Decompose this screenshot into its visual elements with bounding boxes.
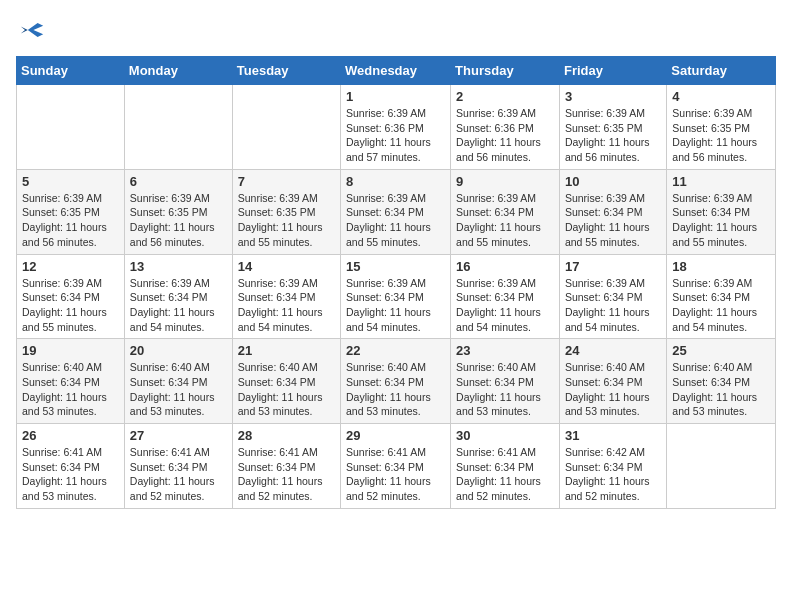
page: SundayMondayTuesdayWednesdayThursdayFrid… [0, 0, 792, 525]
calendar-cell [232, 85, 340, 170]
weekday-header-sunday: Sunday [17, 57, 125, 85]
calendar-cell: 14Sunrise: 6:39 AM Sunset: 6:34 PM Dayli… [232, 254, 340, 339]
header [16, 16, 776, 44]
calendar-cell: 11Sunrise: 6:39 AM Sunset: 6:34 PM Dayli… [667, 169, 776, 254]
day-number: 13 [130, 259, 227, 274]
weekday-header-tuesday: Tuesday [232, 57, 340, 85]
day-info: Sunrise: 6:40 AM Sunset: 6:34 PM Dayligh… [672, 360, 770, 419]
weekday-header-thursday: Thursday [451, 57, 560, 85]
day-number: 18 [672, 259, 770, 274]
day-number: 8 [346, 174, 445, 189]
day-number: 27 [130, 428, 227, 443]
day-info: Sunrise: 6:40 AM Sunset: 6:34 PM Dayligh… [238, 360, 335, 419]
calendar-cell: 6Sunrise: 6:39 AM Sunset: 6:35 PM Daylig… [124, 169, 232, 254]
day-number: 5 [22, 174, 119, 189]
day-info: Sunrise: 6:41 AM Sunset: 6:34 PM Dayligh… [130, 445, 227, 504]
day-info: Sunrise: 6:41 AM Sunset: 6:34 PM Dayligh… [456, 445, 554, 504]
logo-bird-icon [18, 16, 46, 44]
calendar-cell: 10Sunrise: 6:39 AM Sunset: 6:34 PM Dayli… [559, 169, 666, 254]
calendar-cell: 16Sunrise: 6:39 AM Sunset: 6:34 PM Dayli… [451, 254, 560, 339]
calendar-cell: 9Sunrise: 6:39 AM Sunset: 6:34 PM Daylig… [451, 169, 560, 254]
calendar-week-row: 5Sunrise: 6:39 AM Sunset: 6:35 PM Daylig… [17, 169, 776, 254]
calendar-cell: 23Sunrise: 6:40 AM Sunset: 6:34 PM Dayli… [451, 339, 560, 424]
day-info: Sunrise: 6:41 AM Sunset: 6:34 PM Dayligh… [22, 445, 119, 504]
calendar-table: SundayMondayTuesdayWednesdayThursdayFrid… [16, 56, 776, 509]
logo [16, 16, 46, 44]
day-info: Sunrise: 6:39 AM Sunset: 6:35 PM Dayligh… [238, 191, 335, 250]
day-number: 28 [238, 428, 335, 443]
calendar-cell: 3Sunrise: 6:39 AM Sunset: 6:35 PM Daylig… [559, 85, 666, 170]
day-info: Sunrise: 6:39 AM Sunset: 6:34 PM Dayligh… [672, 191, 770, 250]
svg-marker-1 [21, 27, 28, 34]
day-number: 19 [22, 343, 119, 358]
calendar-cell [667, 424, 776, 509]
day-info: Sunrise: 6:39 AM Sunset: 6:35 PM Dayligh… [130, 191, 227, 250]
day-info: Sunrise: 6:40 AM Sunset: 6:34 PM Dayligh… [130, 360, 227, 419]
calendar-cell: 15Sunrise: 6:39 AM Sunset: 6:34 PM Dayli… [341, 254, 451, 339]
day-info: Sunrise: 6:42 AM Sunset: 6:34 PM Dayligh… [565, 445, 661, 504]
calendar-cell: 4Sunrise: 6:39 AM Sunset: 6:35 PM Daylig… [667, 85, 776, 170]
day-info: Sunrise: 6:39 AM Sunset: 6:34 PM Dayligh… [565, 191, 661, 250]
day-number: 1 [346, 89, 445, 104]
calendar-cell: 5Sunrise: 6:39 AM Sunset: 6:35 PM Daylig… [17, 169, 125, 254]
day-info: Sunrise: 6:39 AM Sunset: 6:34 PM Dayligh… [22, 276, 119, 335]
day-number: 15 [346, 259, 445, 274]
day-info: Sunrise: 6:40 AM Sunset: 6:34 PM Dayligh… [346, 360, 445, 419]
day-info: Sunrise: 6:39 AM Sunset: 6:34 PM Dayligh… [130, 276, 227, 335]
calendar-cell: 21Sunrise: 6:40 AM Sunset: 6:34 PM Dayli… [232, 339, 340, 424]
svg-marker-0 [28, 23, 43, 37]
day-number: 11 [672, 174, 770, 189]
day-info: Sunrise: 6:39 AM Sunset: 6:34 PM Dayligh… [238, 276, 335, 335]
day-number: 21 [238, 343, 335, 358]
calendar-cell: 26Sunrise: 6:41 AM Sunset: 6:34 PM Dayli… [17, 424, 125, 509]
day-info: Sunrise: 6:41 AM Sunset: 6:34 PM Dayligh… [346, 445, 445, 504]
weekday-header-row: SundayMondayTuesdayWednesdayThursdayFrid… [17, 57, 776, 85]
calendar-cell: 19Sunrise: 6:40 AM Sunset: 6:34 PM Dayli… [17, 339, 125, 424]
calendar-cell [17, 85, 125, 170]
day-number: 4 [672, 89, 770, 104]
calendar-cell: 29Sunrise: 6:41 AM Sunset: 6:34 PM Dayli… [341, 424, 451, 509]
calendar-cell: 27Sunrise: 6:41 AM Sunset: 6:34 PM Dayli… [124, 424, 232, 509]
calendar-week-row: 19Sunrise: 6:40 AM Sunset: 6:34 PM Dayli… [17, 339, 776, 424]
calendar-cell: 20Sunrise: 6:40 AM Sunset: 6:34 PM Dayli… [124, 339, 232, 424]
weekday-header-saturday: Saturday [667, 57, 776, 85]
day-number: 2 [456, 89, 554, 104]
day-info: Sunrise: 6:40 AM Sunset: 6:34 PM Dayligh… [456, 360, 554, 419]
day-info: Sunrise: 6:39 AM Sunset: 6:35 PM Dayligh… [565, 106, 661, 165]
day-info: Sunrise: 6:39 AM Sunset: 6:34 PM Dayligh… [565, 276, 661, 335]
weekday-header-monday: Monday [124, 57, 232, 85]
day-info: Sunrise: 6:39 AM Sunset: 6:34 PM Dayligh… [672, 276, 770, 335]
day-number: 14 [238, 259, 335, 274]
calendar-week-row: 26Sunrise: 6:41 AM Sunset: 6:34 PM Dayli… [17, 424, 776, 509]
day-number: 20 [130, 343, 227, 358]
day-number: 26 [22, 428, 119, 443]
day-number: 22 [346, 343, 445, 358]
calendar-cell: 2Sunrise: 6:39 AM Sunset: 6:36 PM Daylig… [451, 85, 560, 170]
day-number: 3 [565, 89, 661, 104]
day-info: Sunrise: 6:39 AM Sunset: 6:34 PM Dayligh… [346, 191, 445, 250]
day-number: 30 [456, 428, 554, 443]
calendar-cell [124, 85, 232, 170]
day-number: 17 [565, 259, 661, 274]
day-number: 9 [456, 174, 554, 189]
day-number: 6 [130, 174, 227, 189]
day-info: Sunrise: 6:40 AM Sunset: 6:34 PM Dayligh… [565, 360, 661, 419]
calendar-week-row: 1Sunrise: 6:39 AM Sunset: 6:36 PM Daylig… [17, 85, 776, 170]
calendar-cell: 25Sunrise: 6:40 AM Sunset: 6:34 PM Dayli… [667, 339, 776, 424]
day-info: Sunrise: 6:40 AM Sunset: 6:34 PM Dayligh… [22, 360, 119, 419]
weekday-header-friday: Friday [559, 57, 666, 85]
calendar-cell: 18Sunrise: 6:39 AM Sunset: 6:34 PM Dayli… [667, 254, 776, 339]
day-number: 10 [565, 174, 661, 189]
calendar-week-row: 12Sunrise: 6:39 AM Sunset: 6:34 PM Dayli… [17, 254, 776, 339]
day-info: Sunrise: 6:41 AM Sunset: 6:34 PM Dayligh… [238, 445, 335, 504]
calendar-cell: 28Sunrise: 6:41 AM Sunset: 6:34 PM Dayli… [232, 424, 340, 509]
day-number: 25 [672, 343, 770, 358]
day-number: 23 [456, 343, 554, 358]
day-number: 12 [22, 259, 119, 274]
day-number: 16 [456, 259, 554, 274]
calendar-cell: 13Sunrise: 6:39 AM Sunset: 6:34 PM Dayli… [124, 254, 232, 339]
day-info: Sunrise: 6:39 AM Sunset: 6:36 PM Dayligh… [456, 106, 554, 165]
day-number: 24 [565, 343, 661, 358]
day-info: Sunrise: 6:39 AM Sunset: 6:35 PM Dayligh… [672, 106, 770, 165]
day-info: Sunrise: 6:39 AM Sunset: 6:34 PM Dayligh… [346, 276, 445, 335]
